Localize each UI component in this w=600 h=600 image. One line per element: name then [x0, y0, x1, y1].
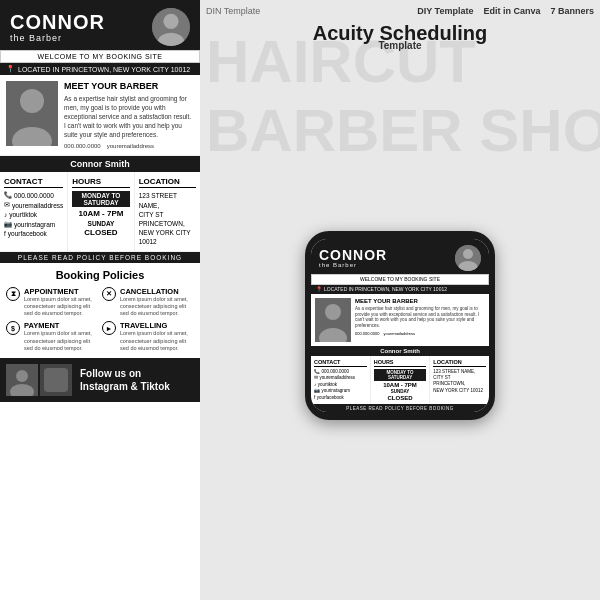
payment-desc: Lorem ipsum dolor sit amet, consectetuer…	[24, 330, 98, 351]
ph-facebook-icon: f	[314, 395, 315, 400]
contact-email: ✉ youremailaddress	[4, 201, 63, 209]
ph-location-col: Location 123 STREET NAME, CITY ST PRINCE…	[430, 356, 489, 405]
ph-weekday: MONDAY TO SATURDAY	[374, 369, 427, 381]
svg-point-12	[463, 249, 473, 259]
follow-section: Follow us on Instagram & Tiktok	[0, 358, 200, 402]
ph-meet-contact: 000.000.0000 youremailaddress	[355, 331, 485, 336]
policies-grid: ⧗ APPOINTMENT Lorem ipsum dolor sit amet…	[6, 287, 194, 352]
travelling-label: TRAVELLING	[120, 321, 194, 330]
weekday-range: MONDAY TO SATURDAY	[72, 191, 129, 207]
meet-info: MEET YOUR BARBER As a expertise hair sty…	[64, 81, 194, 149]
sunday-label: SUNDAY	[72, 220, 129, 227]
top-tags: DIY Template Edit in Canva 7 Banners	[417, 6, 594, 16]
list-item: $ PAYMENT Lorem ipsum dolor sit amet, co…	[6, 321, 98, 351]
ph-phone: 000.000.0000	[355, 331, 379, 336]
barber-first-name: CONNOR	[10, 12, 152, 32]
lp-header: CONNOR the Barber	[0, 0, 200, 50]
tag-diy: DIY Template	[417, 6, 473, 16]
barber-photo	[6, 81, 58, 146]
info-row: Contact 📞 000.000.0000 ✉ youremailaddres…	[0, 172, 200, 252]
ph-header: CONNOR the Barber	[311, 239, 489, 274]
rp-middle: HAIRCUTBarber Shop CONNOR the Barber	[206, 57, 594, 594]
barber-title: the Barber	[10, 33, 152, 43]
phone-icon: 📞	[4, 191, 12, 199]
right-panel: DIN Template DIY Template Edit in Canva …	[200, 0, 600, 600]
meet-contact: 000.000.0000 youremailaddress	[64, 143, 194, 149]
main-title-block: Acuity Scheduling Template	[206, 22, 594, 51]
policy-bar: PLEASE READ POLICY BEFORE BOOKING	[0, 252, 200, 263]
ph-location-title: Location	[433, 359, 486, 367]
zip: NEW YORK CITY 10012	[139, 228, 196, 246]
rp-top: DIN Template DIY Template Edit in Canva …	[206, 6, 594, 16]
ph-meet-desc: As a expertise hair stylist and grooming…	[355, 306, 485, 329]
ph-meet: MEET YOUR BARBER As a expertise hair sty…	[311, 294, 489, 346]
phone-label: 000.000.0000	[64, 143, 101, 149]
phone-mockup: CONNOR the Barber WELCOME TO MY BOOKING …	[305, 231, 495, 421]
ph-contact-title: Contact	[314, 359, 367, 367]
ph-policy-bar: PLEASE READ POLICY BEFORE BOOKING	[311, 404, 489, 412]
list-item: ⧗ APPOINTMENT Lorem ipsum dolor sit amet…	[6, 287, 98, 317]
ph-sunday: SUNDAY	[374, 389, 427, 394]
ph-facebook-line: f yourfacebook	[314, 395, 367, 400]
ph-contact-col: Contact 📞 000.000.0000 ✉ youremailaddres…	[311, 356, 371, 405]
contact-instagram: 📷 yourinstagram	[4, 220, 63, 228]
location-bar: 📍 LOCATED IN PRINCETOWN, NEW YORK CITY 1…	[0, 63, 200, 75]
meet-section: MEET YOUR BARBER As a expertise hair sty…	[0, 75, 200, 156]
policies-title: Booking Policies	[6, 269, 194, 281]
location-col: Location 123 STREET NAME, CITY ST PRINCE…	[135, 172, 200, 251]
svg-rect-10	[44, 368, 68, 392]
cancellation-block: CANCELLATION Lorem ipsum dolor sit amet,…	[120, 287, 194, 317]
page: CONNOR the Barber WELCOME TO MY BOOKING …	[0, 0, 600, 600]
contact-phone: 📞 000.000.0000	[4, 191, 63, 199]
location-title: Location	[139, 177, 196, 188]
hours-col: Hours MONDAY TO SATURDAY 10AM - 7PM SUND…	[68, 172, 134, 251]
avatar	[152, 8, 190, 46]
ph-meet-title: MEET YOUR BARBER	[355, 298, 485, 304]
payment-icon: $	[6, 321, 20, 335]
payment-label: PAYMENT	[24, 321, 98, 330]
ph-instagram-line: 📷 yourinstagram	[314, 388, 367, 393]
ph-header-text: CONNOR the Barber	[319, 248, 387, 268]
payment-block: PAYMENT Lorem ipsum dolor sit amet, cons…	[24, 321, 98, 351]
meet-desc: As a expertise hair stylist and grooming…	[64, 94, 194, 139]
contact-tiktok: ♪ yourtiktok	[4, 211, 63, 218]
ph-tiktok-icon: ♪	[314, 382, 316, 387]
travelling-block: TRAVELLING Lorem ipsum dolor sit amet, c…	[120, 321, 194, 351]
tag-canva: Edit in Canva	[483, 6, 540, 16]
follow-text: Follow us on Instagram & Tiktok	[80, 367, 170, 393]
ph-phone-icon: 📞	[314, 369, 320, 374]
contact-title: Contact	[4, 177, 63, 188]
ph-name-bar: Connor Smith	[311, 346, 489, 356]
facebook-icon: f	[4, 230, 6, 237]
hours-time: 10AM - 7PM	[72, 209, 129, 218]
follow-photo-2	[40, 364, 72, 396]
list-item: ✕ CANCELLATION Lorem ipsum dolor sit ame…	[102, 287, 194, 317]
appointment-block: APPOINTMENT Lorem ipsum dolor sit amet, …	[24, 287, 98, 317]
ph-tiktok-line: ♪ yourtiktok	[314, 382, 367, 387]
travelling-icon: ►	[102, 321, 116, 335]
appointment-label: APPOINTMENT	[24, 287, 98, 296]
ph-email-icon: ✉	[314, 375, 318, 380]
ph-meet-info: MEET YOUR BARBER As a expertise hair sty…	[355, 298, 485, 342]
left-panel: CONNOR the Barber WELCOME TO MY BOOKING …	[0, 0, 200, 600]
ph-info-row: Contact 📞 000.000.0000 ✉ youremailaddres…	[311, 356, 489, 405]
ph-phone-line: 📞 000.000.0000	[314, 369, 367, 374]
ph-email: youremailaddress	[383, 331, 415, 336]
address2: CITY ST	[139, 210, 196, 219]
svg-point-7	[16, 370, 28, 382]
lp-header-text: CONNOR the Barber	[10, 12, 152, 43]
ph-pin-icon: 📍	[316, 286, 322, 292]
cancellation-label: CANCELLATION	[120, 287, 194, 296]
follow-photo-1	[6, 364, 38, 396]
main-title2: Template	[206, 40, 594, 51]
phone-inner: CONNOR the Barber WELCOME TO MY BOOKING …	[311, 239, 489, 413]
ph-closed: CLOSED	[374, 395, 427, 401]
email-icon: ✉	[4, 201, 10, 209]
email-label: youremailaddress	[107, 143, 154, 149]
ph-time: 10AM - 7PM	[374, 382, 427, 388]
ph-barber-name: CONNOR	[319, 248, 387, 262]
ph-hours-title: Hours	[374, 359, 427, 367]
ph-instagram-icon: 📷	[314, 388, 320, 393]
ph-zip: NEW YORK CITY 10012	[433, 388, 486, 394]
ph-barber-photo	[315, 298, 351, 342]
